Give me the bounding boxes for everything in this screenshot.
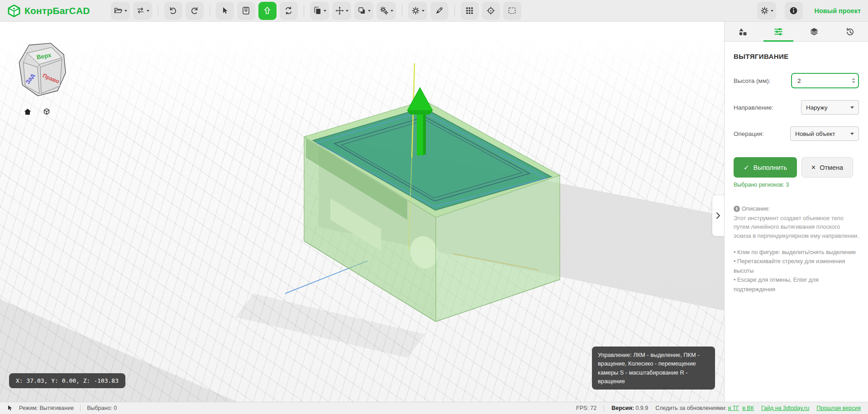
status-bar: Режим: Вытягивание Выбрано: 0 FPS: 72 Ве… bbox=[0, 402, 868, 414]
height-label: Высота (мм): bbox=[734, 77, 770, 84]
spinner-down-icon[interactable] bbox=[852, 82, 855, 83]
number-spinner[interactable] bbox=[852, 78, 855, 83]
cursor-coordinates: X: 37.03, Y: 0.00, Z: -103.83 bbox=[9, 373, 125, 388]
move-button[interactable] bbox=[332, 2, 351, 20]
open-file-button[interactable] bbox=[111, 2, 130, 20]
select-tool-button[interactable] bbox=[216, 2, 234, 20]
description-text: Этот инструмент создает объемное тело пу… bbox=[734, 214, 859, 240]
move-arrows-icon bbox=[335, 6, 344, 15]
refresh-tool-button[interactable] bbox=[280, 2, 298, 20]
guide-link[interactable]: Гайд на 3dtoday.ru bbox=[761, 405, 809, 411]
mode-status: Режим: Вытягивание bbox=[19, 405, 74, 411]
direction-label: Направление: bbox=[734, 104, 773, 111]
toolbar-separator bbox=[210, 5, 210, 17]
chevron-down-icon bbox=[124, 10, 127, 12]
chevron-down-icon bbox=[324, 10, 326, 12]
execute-button[interactable]: ✓ Выполнить bbox=[734, 157, 797, 178]
isometric-view-button[interactable] bbox=[41, 106, 52, 118]
hint-item: • Клик по фигуре: выделить/снять выделен… bbox=[734, 248, 859, 257]
tab-layers[interactable] bbox=[796, 22, 832, 41]
cursor-icon bbox=[7, 405, 13, 411]
previous-version-link[interactable]: Прошлая версия bbox=[816, 405, 861, 411]
marquee-icon bbox=[507, 6, 517, 15]
draw-button[interactable] bbox=[430, 2, 448, 20]
duplicate-button[interactable] bbox=[354, 2, 373, 20]
description-title: Описание: bbox=[742, 204, 770, 213]
chevron-down-icon bbox=[771, 10, 773, 12]
refresh-icon bbox=[284, 6, 293, 15]
operation-label: Операция: bbox=[734, 130, 764, 137]
operation-value: Новый объект bbox=[795, 130, 835, 137]
direction-value: Наружу bbox=[806, 104, 827, 111]
controls-tooltip: Управление: ЛКМ - выделение, ПКМ - враще… bbox=[592, 347, 715, 390]
redo-icon bbox=[190, 6, 199, 15]
chevron-down-icon bbox=[850, 106, 854, 109]
info-icon: i bbox=[734, 206, 740, 212]
tool-settings-button[interactable] bbox=[408, 2, 427, 20]
home-view-button[interactable] bbox=[22, 106, 33, 118]
panel-title: ВЫТЯГИВАНИЕ bbox=[734, 53, 859, 60]
fps-counter: FPS: 72 bbox=[576, 405, 596, 411]
grid-toggle-button[interactable] bbox=[461, 2, 479, 20]
new-project-link[interactable]: Новый проект bbox=[815, 7, 861, 14]
toolbar-separator bbox=[158, 5, 158, 17]
home-icon bbox=[23, 107, 32, 116]
viewport-canvas[interactable]: Верх Зад Право X: 37.03, Y: 0.00, Z: -10… bbox=[0, 22, 724, 402]
copy-icon bbox=[313, 6, 322, 15]
vk-link[interactable]: в ВК bbox=[742, 405, 754, 411]
operation-select[interactable]: Новый объект bbox=[790, 126, 859, 141]
undo-icon bbox=[168, 6, 178, 15]
redo-button[interactable] bbox=[186, 2, 204, 20]
gear-icon bbox=[760, 6, 769, 15]
sketch-icon bbox=[241, 6, 251, 15]
chevron-down-icon bbox=[391, 10, 393, 12]
panel-collapse-button[interactable] bbox=[712, 195, 724, 236]
info-button[interactable] bbox=[785, 2, 803, 20]
swap-arrows-icon bbox=[136, 6, 145, 15]
tool-panel: ВЫТЯГИВАНИЕ Высота (мм): Направление: На… bbox=[724, 22, 868, 402]
preferences-button[interactable] bbox=[757, 2, 776, 20]
chevron-right-icon bbox=[715, 211, 722, 220]
tab-shapes[interactable] bbox=[725, 22, 760, 41]
gears-icon bbox=[379, 6, 389, 15]
import-export-button[interactable] bbox=[133, 2, 152, 20]
sketch-tool-button[interactable] bbox=[237, 2, 255, 20]
history-icon bbox=[845, 27, 855, 37]
tab-parameters[interactable] bbox=[760, 22, 796, 41]
telegram-link[interactable]: в ТГ bbox=[728, 405, 739, 411]
height-input[interactable] bbox=[791, 73, 859, 88]
tab-history[interactable] bbox=[832, 22, 868, 41]
toolbar-separator bbox=[454, 5, 455, 17]
status-separator bbox=[80, 405, 81, 411]
chevron-down-icon bbox=[850, 133, 854, 135]
direction-select[interactable]: Наружу bbox=[801, 100, 859, 115]
selected-regions-status: Выбрано регионов: 3 bbox=[734, 182, 859, 188]
app-title: КонтрБагCAD bbox=[24, 5, 90, 16]
box-select-button[interactable] bbox=[503, 2, 521, 20]
cursor-icon bbox=[220, 6, 229, 15]
top-toolbar: КонтрБагCAD bbox=[0, 0, 868, 22]
open-folder-icon bbox=[114, 6, 123, 15]
cancel-button[interactable]: × Отмена bbox=[801, 157, 853, 178]
toolbar-separator bbox=[304, 5, 304, 17]
info-icon bbox=[789, 6, 798, 15]
operations-button[interactable] bbox=[377, 2, 396, 20]
spinner-up-icon[interactable] bbox=[852, 78, 855, 80]
view-cube[interactable]: Верх Зад Право bbox=[11, 39, 70, 102]
hint-item: • Перетаскивайте стрелку для изменения в… bbox=[734, 257, 859, 275]
extrude-arrow-icon bbox=[262, 6, 272, 15]
gear-icon bbox=[411, 6, 420, 15]
layers-icon bbox=[809, 27, 819, 37]
extrude-tool-button[interactable] bbox=[258, 2, 277, 20]
chevron-down-icon bbox=[147, 10, 149, 12]
chevron-down-icon bbox=[346, 10, 348, 12]
sliders-icon bbox=[773, 27, 783, 37]
grid-icon bbox=[465, 6, 474, 15]
snap-target-button[interactable] bbox=[482, 2, 500, 20]
check-icon: ✓ bbox=[744, 164, 749, 172]
target-icon bbox=[486, 6, 496, 15]
undo-button[interactable] bbox=[164, 2, 182, 20]
extruded-model bbox=[0, 22, 724, 402]
app-logo: КонтрБагCAD bbox=[7, 4, 90, 18]
copy-button[interactable] bbox=[310, 2, 329, 20]
